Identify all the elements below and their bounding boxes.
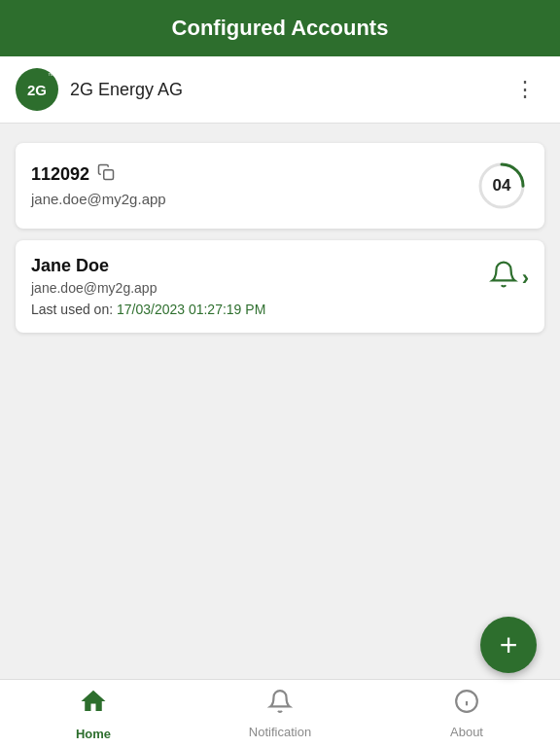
account-card-left: 112092 jane.doe@my2g.app [31,163,166,208]
home-icon [79,687,108,723]
content-area: 112092 jane.doe@my2g.app 04 [0,124,560,679]
brand-logo-text: 2G [27,83,47,97]
nav-item-about[interactable]: About [373,680,560,747]
nav-item-home[interactable]: Home [0,680,187,747]
add-account-button[interactable]: + [480,617,537,673]
chevron-right-icon[interactable]: › [522,266,529,291]
account-card[interactable]: 112092 jane.doe@my2g.app 04 [16,143,544,229]
last-used-label: Last used on: [31,302,113,317]
svg-rect-0 [104,170,114,180]
nav-item-notification[interactable]: Notification [187,680,373,747]
user-info: Jane Doe jane.doe@my2g.app Last used on:… [31,256,265,317]
header: Configured Accounts [0,0,560,56]
user-card-header: Jane Doe jane.doe@my2g.app Last used on:… [31,256,529,317]
brand-name: 2G Energy AG [70,80,507,100]
user-card[interactable]: Jane Doe jane.doe@my2g.app Last used on:… [16,240,544,333]
progress-circle: 04 [474,159,529,213]
about-label: About [450,725,483,739]
brand-bar: 2G ™ 2G Energy AG ⋮ [0,56,560,124]
bottom-nav: Home Notification About [0,679,560,747]
page-wrapper: Configured Accounts 2G ™ 2G Energy AG ⋮ … [0,0,560,747]
user-card-actions: › [489,256,529,296]
home-label: Home [76,727,111,741]
copy-icon[interactable] [97,163,115,185]
user-email: jane.doe@my2g.app [31,280,265,296]
notification-label: Notification [249,725,311,739]
fab-container: + [480,617,537,673]
account-number: 112092 [31,164,89,185]
more-options-icon[interactable]: ⋮ [507,73,544,106]
notification-icon [267,689,293,721]
bell-icon[interactable] [489,260,518,296]
about-icon [454,689,479,721]
last-used-date: 17/03/2023 01:27:19 PM [117,302,265,317]
plus-icon: + [500,629,518,660]
user-name: Jane Doe [31,256,265,276]
brand-logo-tm: ™ [48,72,54,79]
last-used: Last used on: 17/03/2023 01:27:19 PM [31,302,265,317]
account-number-row: 112092 [31,163,166,185]
account-email: jane.doe@my2g.app [31,191,166,207]
brand-logo: 2G ™ [16,68,58,111]
progress-number: 04 [493,176,511,196]
page-title: Configured Accounts [172,16,389,40]
